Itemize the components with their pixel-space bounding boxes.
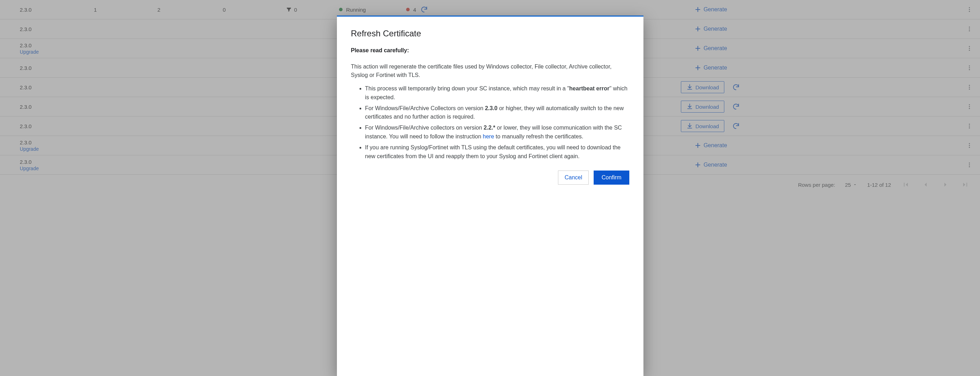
cancel-button[interactable]: Cancel [558, 171, 589, 185]
bullet-bold-text: 2.3.0 [485, 105, 498, 111]
dialog-body-text: This action will regenerate the certific… [351, 62, 629, 79]
refresh-certificate-dialog: Refresh Certificate Please read carefull… [337, 16, 643, 376]
dialog-bullet: For Windows/File/Archive Collectors on v… [365, 104, 629, 122]
bullet-bold-text: heartbeat error [569, 86, 609, 92]
modal-overlay: Refresh Certificate Please read carefull… [0, 0, 980, 376]
confirm-button[interactable]: Confirm [593, 171, 629, 185]
dialog-lead: Please read carefully: [351, 46, 629, 55]
dialog-actions: Cancel Confirm [351, 171, 629, 185]
dialog-bullet: If you are running Syslog/Fortinet with … [365, 143, 629, 161]
dialog-bullet: This process will temporarily bring down… [365, 84, 629, 102]
dialog-title: Refresh Certificate [351, 29, 629, 38]
dialog-bullet-list: This process will temporarily bring down… [351, 84, 629, 161]
bullet-bold-text: 2.2.* [484, 125, 495, 131]
instructions-link[interactable]: here [483, 133, 494, 140]
dialog-bullet: For Windows/File/Archive collectors on v… [365, 124, 629, 141]
